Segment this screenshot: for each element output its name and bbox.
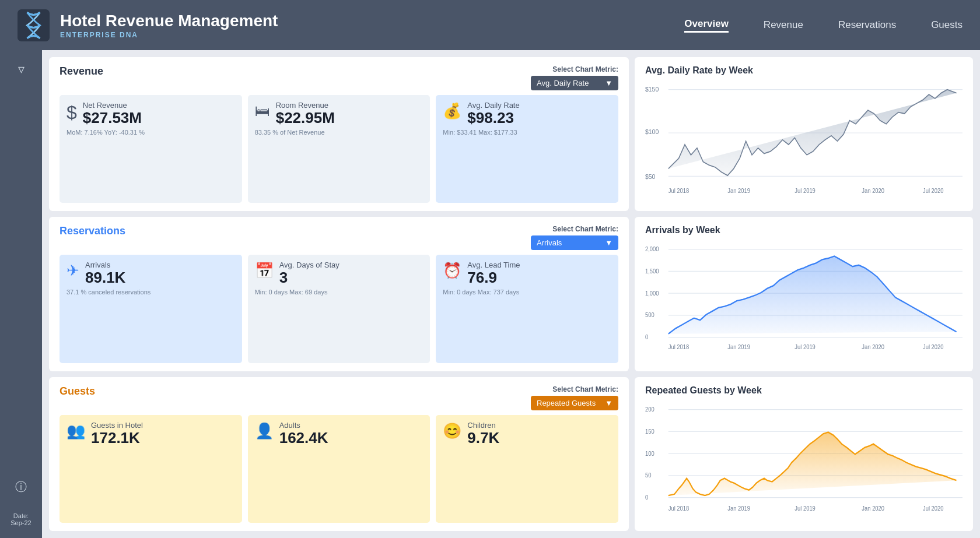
guests-metric-label: Select Chart Metric:	[552, 385, 618, 393]
room-revenue-label: Room Revenue	[276, 101, 335, 110]
avg-daily-sub: Min: $33.41 Max: $177.33	[443, 129, 611, 136]
svg-text:50: 50	[645, 472, 652, 479]
net-revenue-label: Net Revenue	[83, 101, 142, 110]
subtitle-rest: DNA	[117, 31, 138, 39]
room-revenue-card: 🛏 Room Revenue $22.95M 83.35 % of Net Re…	[248, 95, 430, 203]
svg-text:Jul 2020: Jul 2020	[923, 344, 944, 351]
main-nav: Overview Revenue Reservations Guests	[684, 18, 963, 33]
guests-hotel-card: 👥 Guests in Hotel 172.1K	[60, 415, 242, 523]
svg-text:Jul 2019: Jul 2019	[794, 344, 816, 351]
res-metric-value: Arrivals	[537, 238, 562, 247]
svg-text:Jan 2019: Jan 2019	[727, 344, 750, 351]
revenue-metric-dropdown[interactable]: Avg. Daily Rate ▼	[531, 76, 618, 90]
svg-text:Jan 2020: Jan 2020	[862, 344, 884, 351]
person-icon: 👤	[255, 422, 274, 440]
avg-stay-card: 📅 Avg. Days of Stay 3 Min: 0 days Max: 6…	[248, 255, 430, 363]
res-metric-dropdown[interactable]: Arrivals ▼	[531, 235, 618, 250]
chevron-down-icon-res: ▼	[605, 238, 612, 247]
revenue-metric-label: Select Chart Metric:	[552, 65, 618, 73]
reservations-row: Reservations Select Chart Metric: Arriva…	[49, 217, 973, 371]
arrivals-icon: ✈	[66, 262, 79, 280]
arrivals-label: Arrivals	[85, 261, 125, 269]
svg-text:Jul 2019: Jul 2019	[794, 187, 816, 194]
revenue-section: Revenue Select Chart Metric: Avg. Daily …	[49, 57, 629, 211]
guests-chart-title: Repeated Guests by Week	[645, 385, 963, 396]
svg-text:Jan 2019: Jan 2019	[727, 505, 750, 512]
svg-text:Jul 2019: Jul 2019	[794, 505, 816, 512]
guests-row: Guests Select Chart Metric: Repeated Gue…	[49, 377, 973, 531]
adults-label: Adults	[279, 421, 328, 430]
avg-lead-card: ⏰ Avg. Lead Time 76.9 Min: 0 days Max: 7…	[436, 255, 618, 363]
room-revenue-value: $22.95M	[276, 110, 335, 126]
svg-text:0: 0	[645, 334, 649, 341]
guests-hotel-label: Guests in Hotel	[91, 421, 143, 430]
svg-text:Jan 2020: Jan 2020	[862, 505, 884, 512]
guests-hotel-value: 172.1K	[91, 430, 143, 446]
avg-daily-label: Avg. Daily Rate	[467, 101, 519, 110]
dollar-icon: $	[66, 102, 77, 124]
svg-text:Jul 2018: Jul 2018	[668, 505, 690, 512]
svg-text:0: 0	[645, 494, 649, 501]
avg-lead-sub: Min: 0 days Max: 737 days	[443, 289, 611, 296]
svg-text:Jul 2018: Jul 2018	[668, 187, 690, 194]
arrivals-card: ✈ Arrivals 89.1K 37.1 % canceled reserva…	[60, 255, 242, 363]
net-revenue-sub: MoM: 7.16% YoY: -40.31 %	[66, 129, 235, 136]
svg-text:1,500: 1,500	[645, 268, 659, 275]
arrivals-value: 89.1K	[85, 269, 125, 286]
net-revenue-value: $27.53M	[83, 110, 142, 126]
svg-text:Jul 2020: Jul 2020	[923, 505, 944, 512]
subtitle-bold: ENTERPRISE	[60, 31, 117, 39]
svg-text:Jul 2018: Jul 2018	[668, 344, 690, 351]
clock-icon: ⏰	[443, 262, 461, 280]
nav-revenue[interactable]: Revenue	[764, 19, 803, 31]
avg-daily-value: $98.23	[467, 110, 519, 126]
app-title: Hotel Revenue Management	[60, 11, 684, 31]
nav-guests[interactable]: Guests	[931, 19, 963, 31]
svg-text:2,000: 2,000	[645, 246, 659, 253]
revenue-title: Revenue	[60, 65, 103, 78]
reservations-chart-panel: Arrivals by Week 2,000 1,500 1,000	[635, 217, 973, 371]
svg-text:Jul 2020: Jul 2020	[923, 187, 944, 194]
bed-icon: 🛏	[255, 102, 270, 120]
rate-icon: 💰	[443, 102, 461, 120]
net-revenue-card: $ Net Revenue $27.53M MoM: 7.16% YoY: -4…	[60, 95, 242, 203]
svg-text:500: 500	[645, 312, 654, 319]
calendar-icon: 📅	[255, 262, 274, 280]
children-value: 9.7K	[467, 430, 499, 446]
reservations-title: Reservations	[60, 225, 125, 237]
avg-lead-label: Avg. Lead Time	[467, 261, 520, 269]
group-icon: 👥	[66, 422, 85, 440]
svg-text:$50: $50	[645, 173, 655, 180]
reservations-kpi-row: ✈ Arrivals 89.1K 37.1 % canceled reserva…	[60, 255, 618, 363]
reservations-section: Reservations Select Chart Metric: Arriva…	[49, 217, 629, 371]
svg-text:100: 100	[645, 450, 654, 457]
adults-value: 162.4K	[279, 430, 328, 446]
avg-daily-rate-card: 💰 Avg. Daily Rate $98.23 Min: $33.41 Max…	[436, 95, 618, 203]
nav-reservations[interactable]: Reservations	[838, 19, 896, 31]
header: Hotel Revenue Management ENTERPRISE DNA …	[0, 0, 980, 50]
guests-section: Guests Select Chart Metric: Repeated Gue…	[49, 377, 629, 531]
svg-text:Jan 2020: Jan 2020	[862, 187, 884, 194]
guests-kpi-row: 👥 Guests in Hotel 172.1K 👤 Adult	[60, 415, 618, 523]
logo-icon	[18, 9, 50, 41]
nav-overview[interactable]: Overview	[684, 18, 729, 33]
main-layout: ▿ ⓘ Date: Sep-22 Revenue Select Chart Me…	[0, 50, 980, 538]
app-subtitle: ENTERPRISE DNA	[60, 31, 684, 39]
svg-text:150: 150	[645, 428, 654, 435]
svg-text:Jan 2019: Jan 2019	[727, 187, 750, 194]
revenue-chart-area: $150 $100 $50	[645, 79, 963, 203]
chevron-down-icon-guests: ▼	[605, 399, 612, 407]
header-title-block: Hotel Revenue Management ENTERPRISE DNA	[60, 11, 684, 39]
children-card: 😊 Children 9.7K	[436, 415, 618, 523]
filter-icon[interactable]: ▿	[18, 62, 24, 77]
guests-metric-dropdown[interactable]: Repeated Guests ▼	[531, 396, 618, 410]
revenue-chart-title: Avg. Daily Rate by Week	[645, 65, 963, 76]
info-icon[interactable]: ⓘ	[15, 479, 27, 495]
revenue-row: Revenue Select Chart Metric: Avg. Daily …	[49, 57, 973, 211]
avg-stay-sub: Min: 0 days Max: 69 days	[255, 289, 424, 296]
reservations-chart-title: Arrivals by Week	[645, 225, 963, 235]
revenue-kpi-row: $ Net Revenue $27.53M MoM: 7.16% YoY: -4…	[60, 95, 618, 203]
avg-lead-value: 76.9	[467, 269, 520, 286]
chevron-down-icon: ▼	[605, 79, 612, 87]
guests-metric-value: Repeated Guests	[537, 399, 596, 407]
